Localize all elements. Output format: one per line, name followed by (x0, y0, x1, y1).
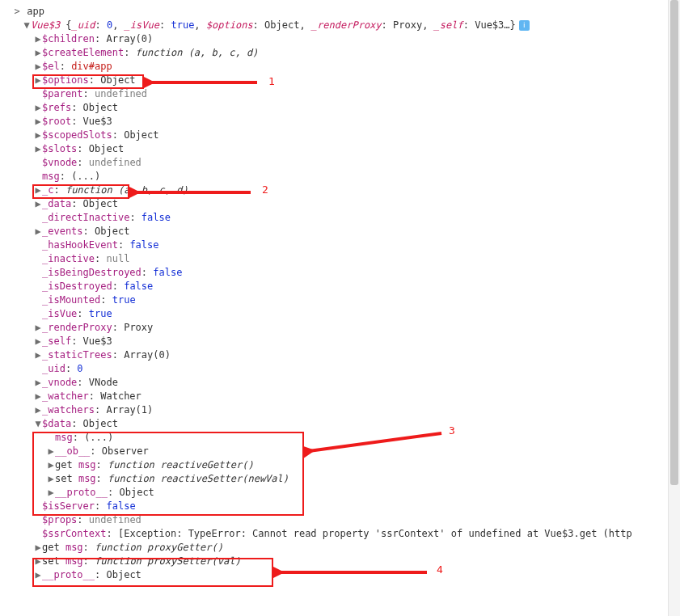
tree-row[interactable]: ▶__proto__: Object (5, 568, 677, 582)
tree-row[interactable]: ▶_data: Object (5, 197, 677, 211)
chevron-right-icon: ▶ (34, 101, 42, 115)
tree-row[interactable]: ▶$isServer: false (5, 500, 677, 513)
property-key: _isDestroyed (42, 281, 112, 292)
property-value: false (124, 281, 153, 292)
tree-row[interactable]: ▶_events: Object (5, 225, 677, 238)
tree-row[interactable]: ▶$ssrContext: [Exception: TypeError: Can… (5, 527, 677, 541)
property-key: $scopedSlots (42, 129, 112, 141)
tree-row[interactable]: ▶_vnode: VNode (5, 376, 677, 390)
info-icon[interactable]: i (519, 20, 530, 31)
vertical-scrollbar[interactable] (668, 0, 680, 616)
chevron-right-icon: ▶ (34, 568, 42, 582)
property-value: undefined (89, 514, 141, 525)
tree-row-root[interactable]: > app (5, 5, 677, 19)
property-key: msg (65, 542, 83, 553)
tree-row-vue[interactable]: ▼Vue$3 {_uid: 0, _isVue: true, $options:… (5, 19, 677, 32)
chevron-right-icon: ▶ (34, 32, 42, 46)
root-label: app (27, 6, 44, 17)
property-value: 0 (77, 363, 82, 374)
tree-row[interactable]: ▶_watcher: Watcher (5, 390, 677, 403)
tree-row[interactable]: ▶$props: undefined (5, 513, 677, 527)
chevron-right-icon: ▶ (34, 197, 42, 211)
tree-row[interactable]: ▶_watchers: Array(1) (5, 403, 677, 417)
tree-row[interactable]: ▶$options: Object (5, 74, 677, 87)
property-key: $slots (42, 143, 77, 154)
property-value: Object (124, 129, 158, 141)
property-value: undefined (89, 157, 141, 168)
tree-row[interactable]: ▶$scopedSlots: Object (5, 129, 677, 142)
chevron-right-icon: ▶ (34, 321, 42, 335)
tree-row[interactable]: ▶msg: (...) (5, 170, 677, 184)
tree-row[interactable]: ▶$children: Array(0) (5, 32, 677, 46)
tree-row[interactable]: ▶$createElement: function (a, b, c, d) (5, 46, 677, 60)
property-value: Array(1) (106, 404, 153, 416)
property-key: _vnode (42, 377, 77, 388)
tree-row[interactable]: ▶$el: div#app (5, 60, 677, 74)
property-value: Vue$3 (83, 335, 112, 347)
tree-row[interactable]: ▶_self: Vue$3 (5, 335, 677, 348)
tree-row[interactable]: ▶_uid: 0 (5, 362, 677, 376)
chevron-right-icon: ▶ (47, 486, 55, 500)
tree-row[interactable]: ▶$vnode: undefined (5, 156, 677, 170)
tree-row[interactable]: ▶__ob__: Observer (5, 445, 677, 458)
annotation-label-2: 2 (262, 184, 268, 196)
property-value: Object (83, 198, 118, 209)
tree-row[interactable]: ▶_isVue: true (5, 307, 677, 321)
chevron-right-icon: ▶ (34, 541, 42, 555)
property-key: __proto__ (55, 487, 108, 498)
property-key: $vnode (42, 157, 77, 168)
property-value: Object (100, 74, 135, 86)
property-value: function (a, b, c, d) (136, 47, 259, 58)
property-key: $data (42, 418, 71, 429)
tree-row[interactable]: ▶_renderProxy: Proxy (5, 321, 677, 335)
chevron-right-icon: > (13, 5, 21, 19)
property-value: function proxyGetter() (95, 542, 223, 553)
tree-row[interactable]: ▶_isMounted: true (5, 293, 677, 307)
property-key: _renderProxy (42, 322, 112, 333)
annotation-label-3: 3 (449, 424, 455, 437)
tree-row[interactable]: ▶_isDestroyed: false (5, 280, 677, 293)
property-key: _directInactive (42, 212, 129, 223)
tree-row[interactable]: ▶_isBeingDestroyed: false (5, 266, 677, 280)
scrollbar-thumb[interactable] (670, 0, 678, 485)
tree-row[interactable]: ▶$refs: Object (5, 101, 677, 115)
property-key: $root (42, 116, 71, 127)
tree-row[interactable]: ▶_directInactive: false (5, 211, 677, 225)
property-value: Object (89, 143, 124, 154)
tree-row[interactable]: ▶_c: function (a, b, c, d) (5, 184, 677, 197)
property-value: function reactiveSetter(newVal) (108, 473, 289, 484)
property-value: (...) (84, 432, 113, 443)
property-value: Proxy (124, 322, 153, 333)
property-key: msg (42, 171, 60, 182)
property-key: _uid (42, 363, 65, 374)
chevron-right-icon: ▶ (34, 184, 42, 197)
tree-row[interactable]: ▶$parent: undefined (5, 87, 677, 101)
property-key: $createElement (42, 47, 124, 58)
annotation-label-4: 4 (437, 563, 443, 576)
property-key: msg (78, 459, 96, 470)
property-key: $props (42, 514, 77, 525)
chevron-right-icon: ▶ (47, 445, 55, 458)
tree-row[interactable]: ▶_staticTrees: Array(0) (5, 348, 677, 362)
tree-row[interactable]: ▶get msg: function reactiveGetter() (5, 458, 677, 472)
tree-row[interactable]: ▶_inactive: null (5, 252, 677, 266)
property-value: function proxySetter(val) (95, 555, 241, 567)
property-key: _data (42, 198, 71, 209)
tree-row[interactable]: ▶set msg: function reactiveSetter(newVal… (5, 472, 677, 486)
tree-row-data[interactable]: ▼$data: Object (5, 417, 677, 431)
tree-row[interactable]: ▶$slots: Object (5, 142, 677, 156)
vue-class: Vue$3 (31, 19, 65, 31)
tree-row[interactable]: ▶set msg: function proxySetter(val) (5, 555, 677, 568)
tree-row[interactable]: ▶__proto__: Object (5, 486, 677, 500)
property-key: $ssrContext (42, 528, 106, 539)
object-tree: > app ▼Vue$3 {_uid: 0, _isVue: true, $op… (0, 0, 680, 582)
tree-row[interactable]: ▶$root: Vue$3 (5, 115, 677, 129)
property-key: msg (78, 473, 96, 484)
property-value: Object (106, 569, 141, 580)
property-key: _isVue (42, 308, 77, 319)
property-value: Vue$3 (83, 116, 112, 127)
tree-row[interactable]: ▶get msg: function proxyGetter() (5, 541, 677, 555)
property-key: __ob__ (55, 445, 90, 457)
tree-row[interactable]: ▶_hasHookEvent: false (5, 238, 677, 252)
tree-row[interactable]: ▶msg: (...) (5, 431, 677, 445)
